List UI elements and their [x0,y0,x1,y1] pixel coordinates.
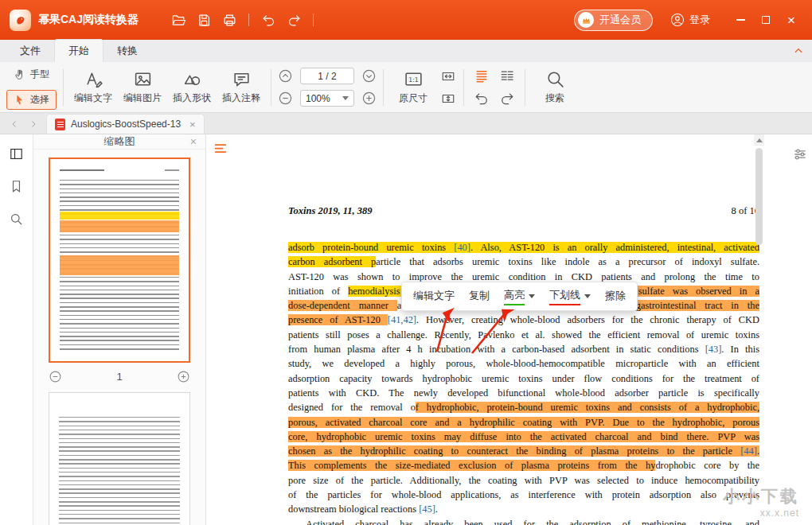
save-button[interactable] [191,8,217,32]
watermark-url: xx.x.net [723,508,799,519]
fit-page-button[interactable] [439,90,457,107]
pdf-text-line: pore size of the particle. Additionally,… [288,473,759,488]
pdf-page-header: Toxins 2019, 11, 389 8 of 16 [288,205,759,217]
zoom-level-value: 100% [306,93,330,104]
pdf-text-line: from human plasma after 4 h incubation w… [288,342,759,356]
context-menu-item-label: 编辑文字 [413,289,455,305]
thumbnail-panel-icon[interactable] [9,146,24,161]
search-button[interactable]: 搜索 [532,68,578,107]
hand-tool-button[interactable]: 手型 [6,64,57,84]
toolbar-divider [271,69,271,106]
view-settings-icon[interactable] [792,146,808,162]
context-menu-item-label: 复制 [469,289,490,305]
login-label: 登录 [689,13,710,27]
toc-toggle-icon[interactable] [213,142,228,156]
tab-scroll-right-button[interactable] [24,114,43,134]
pdf-text-line: patients still poses a challenge. Recent… [288,328,759,342]
two-page-view-button[interactable] [499,68,515,84]
tab-file[interactable]: 文件 [6,40,54,62]
select-tool-label: 选择 [30,93,49,107]
chevron-down-icon [342,96,349,100]
pdf-text-line: Activated charcoal has already been used… [288,517,759,525]
page-thumbnail-1[interactable] [49,158,190,363]
pdf-text-line: designed for the removal of hydrophobic,… [288,400,759,414]
insert-shape-button[interactable]: 插入形状 [169,68,215,107]
context-menu-item[interactable]: 擦除 [598,282,633,310]
redo-edit-button[interactable] [499,91,515,107]
thumbnail-header-line [165,169,179,171]
close-thumbnail-panel-icon[interactable]: × [190,135,197,148]
search-label: 搜索 [545,91,564,105]
app-title: 幂果CAJ阅读转换器 [38,13,139,27]
scrollbar-up-arrow[interactable] [754,134,764,146]
zoom-in-button[interactable] [361,91,377,106]
thumbnail-zoom-out-icon[interactable] [49,370,62,383]
page-thumbnail-2[interactable] [49,392,190,525]
window-controls: × [729,9,802,31]
thumbnail-panel-header: 缩略图 × [33,134,205,150]
pdf-text-line: carbon adsorbent particle that adsorbs u… [288,255,759,269]
undo-edit-button[interactable] [474,91,490,107]
chevron-down-icon [529,294,535,298]
tab-scroll-left-button[interactable] [5,114,24,134]
thumbnail-page-number: 1 [116,371,122,383]
maximize-button[interactable] [755,9,777,31]
site-watermark: 小小下载 xx.x.net [723,485,799,519]
toolbar-ribbon: 手型 选择 编辑文字 编辑图片 插入形状 插入注释 1 / 2 [0,62,812,113]
edit-text-button[interactable]: 编辑文字 [70,68,116,107]
document-tab[interactable]: Auslogics-BoostSpeed-13 × [46,114,205,134]
print-button[interactable] [217,8,242,32]
tab-start[interactable]: 开始 [54,39,103,62]
ribbon-tabbar: 文件 开始 转换 [0,40,812,62]
context-menu-item[interactable]: 复制 [462,282,497,310]
thumbnail-panel-title: 缩略图 [104,134,135,149]
next-page-button[interactable] [361,68,377,84]
zoom-level-select[interactable]: 100% [300,90,354,107]
pdf-viewport: Toxins 2019, 11, 389 8 of 16 adsorb prot… [206,134,812,525]
vip-upgrade-button[interactable]: 开通会员 [574,10,653,31]
titlebar: 幂果CAJ阅读转换器 开通会员 登录 × [0,0,812,40]
thumbnail-panel: 缩略图 × 1 [33,134,206,525]
thumbnail-orange-highlight [60,220,179,232]
bookmark-icon[interactable] [9,179,24,194]
insert-note-button[interactable]: 插入注释 [218,68,264,107]
login-button[interactable]: 登录 [670,13,710,27]
pdf-text-line: adsorption capacity towards hydrophobic … [288,371,759,386]
context-menu-item[interactable]: 高亮 [497,282,542,310]
pdf-text-line: of the particles for whole-blood applica… [288,488,759,502]
close-document-tab-icon[interactable]: × [189,119,196,130]
close-button[interactable]: × [780,9,802,31]
thumbnail-zoom-controls: 1 [49,370,190,383]
insert-shape-label: 插入形状 [173,91,211,105]
thumbnail-zoom-in-icon[interactable] [177,370,190,383]
redo-button[interactable] [281,8,306,32]
edit-image-button[interactable]: 编辑图片 [119,68,166,107]
left-rail [0,134,33,525]
original-size-button[interactable]: 1:1 原尺寸 [390,68,436,107]
single-page-view-button[interactable] [474,68,490,84]
open-file-button[interactable] [166,8,191,32]
select-tool-button[interactable]: 选择 [6,90,57,110]
scrollbar-thumb[interactable] [755,148,763,245]
context-menu-item[interactable]: 编辑文字 [406,282,462,310]
context-menu-item[interactable]: 下划线 [542,282,598,310]
minimize-button[interactable] [729,9,751,31]
previous-page-button[interactable] [278,68,293,84]
pdf-text-line: This complements the size-mediated exclu… [288,458,759,472]
hand-tool-label: 手型 [30,68,49,81]
page-indicator-input[interactable]: 1 / 2 [300,68,354,84]
edit-image-label: 编辑图片 [123,91,162,105]
titlebar-divider [313,14,314,26]
main-content: 缩略图 × 1 Toxins 2019 [0,134,812,525]
titlebar-divider [248,14,249,26]
search-panel-icon[interactable] [9,212,24,227]
collapse-ribbon-button[interactable] [793,45,804,56]
vertical-scrollbar[interactable] [754,134,764,525]
edit-text-label: 编辑文字 [74,91,112,105]
fit-width-button[interactable] [439,68,457,85]
undo-button[interactable] [256,8,281,32]
thumbnail-header-line [60,169,104,171]
tab-convert[interactable]: 转换 [103,40,151,62]
toolbar-divider [63,69,64,106]
zoom-out-button[interactable] [278,91,293,106]
